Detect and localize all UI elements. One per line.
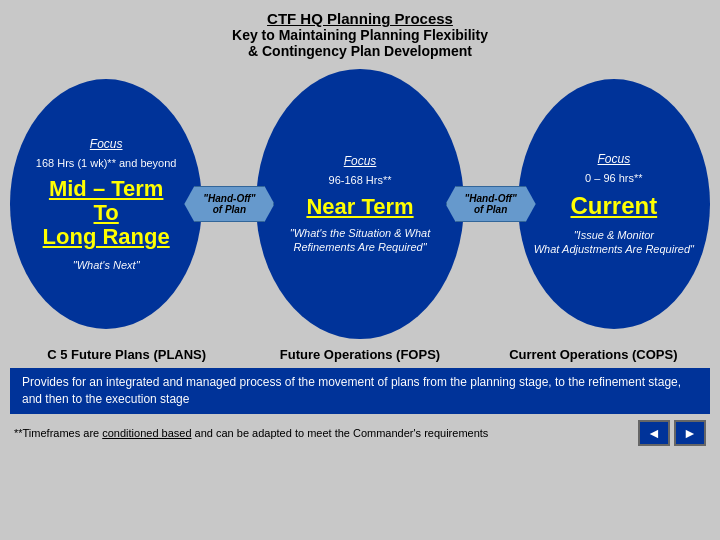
footer-text: **Timeframes are conditioned based and c… xyxy=(14,427,638,439)
mid-term-heading: Mid – Term To Long Range xyxy=(43,177,170,250)
oval-left-inner: Focus 168 Hrs (1 wk)** and beyond Mid – … xyxy=(36,89,177,319)
title-line1: CTF HQ Planning Process xyxy=(232,10,488,27)
right-focus-label: Focus xyxy=(598,152,631,166)
arrow-left-container: "Hand-Off" of Plan xyxy=(184,186,274,222)
oval-mid: Focus 96-168 Hrs** Near Term "What's the… xyxy=(256,69,463,339)
current-heading: Current xyxy=(571,192,658,220)
label-cops: Current Operations (COPS) xyxy=(477,347,710,362)
nav-back-button[interactable]: ◄ xyxy=(638,420,670,446)
footer-text2: and can be adapted to meet the Commander… xyxy=(192,427,489,439)
footer-row: **Timeframes are conditioned based and c… xyxy=(10,420,710,446)
mid-hours-label: 96-168 Hrs** xyxy=(329,174,392,186)
oval-mid-inner: Focus 96-168 Hrs** Near Term "What's the… xyxy=(268,83,451,325)
hand-off-left: "Hand-Off" of Plan xyxy=(184,186,274,222)
label-fops: Future Operations (FOPS) xyxy=(243,347,476,362)
mid-focus-label: Focus xyxy=(344,154,377,168)
main-row: Focus 168 Hrs (1 wk)** and beyond Mid – … xyxy=(10,69,710,339)
left-sub-text: "What's Next" xyxy=(73,259,140,271)
bottom-labels: C 5 Future Plans (PLANS) Future Operatio… xyxy=(10,347,710,362)
left-focus-label: Focus xyxy=(90,137,123,151)
near-term-heading: Near Term xyxy=(306,194,413,220)
footer-underline: conditioned based xyxy=(102,427,191,439)
info-box: Provides for an integrated and managed p… xyxy=(10,368,710,414)
title-line3: & Contingency Plan Development xyxy=(232,43,488,59)
footer-text1: **Timeframes are xyxy=(14,427,102,439)
nav-buttons: ◄ ► xyxy=(638,420,706,446)
left-hours-label: 168 Hrs (1 wk)** and beyond xyxy=(36,157,177,169)
oval-left: Focus 168 Hrs (1 wk)** and beyond Mid – … xyxy=(10,79,202,329)
right-hours-label: 0 – 96 hrs** xyxy=(585,172,642,184)
oval-right: Focus 0 – 96 hrs** Current "Issue & Moni… xyxy=(518,79,710,329)
title-block: CTF HQ Planning Process Key to Maintaini… xyxy=(232,10,488,59)
label-plans: C 5 Future Plans (PLANS) xyxy=(10,347,243,362)
page-wrapper: CTF HQ Planning Process Key to Maintaini… xyxy=(0,0,720,540)
right-sub-text: "Issue & Monitor What Adjustments Are Re… xyxy=(534,228,694,257)
arrow-right-container: "Hand-Off" of Plan xyxy=(446,186,536,222)
mid-sub-text: "What's the Situation & What Refinements… xyxy=(268,226,451,255)
oval-right-inner: Focus 0 – 96 hrs** Current "Issue & Moni… xyxy=(534,89,694,319)
hand-off-right: "Hand-Off" of Plan xyxy=(446,186,536,222)
title-line2: Key to Maintaining Planning Flexibility xyxy=(232,27,488,43)
nav-forward-button[interactable]: ► xyxy=(674,420,706,446)
